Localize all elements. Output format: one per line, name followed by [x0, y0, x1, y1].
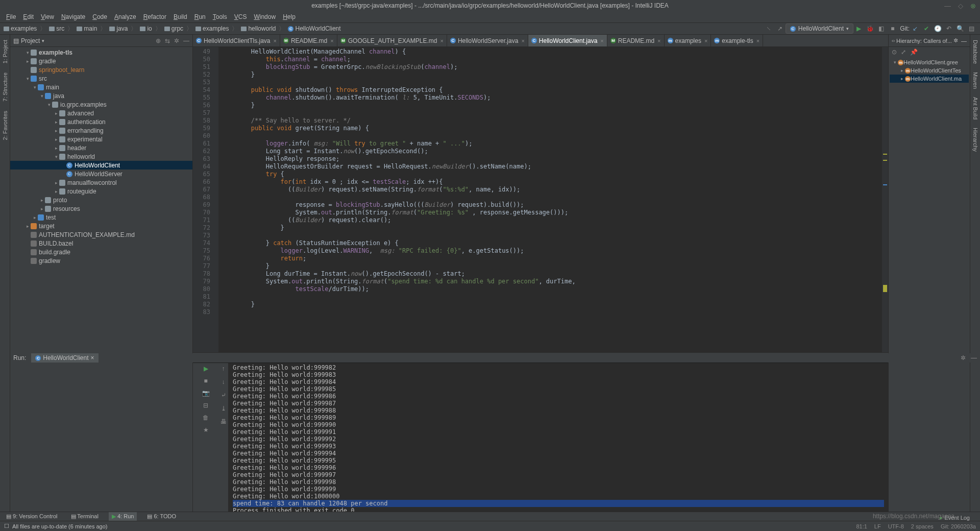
- breadcrumb-item[interactable]: main: [76, 25, 97, 32]
- menu-build[interactable]: Build: [170, 12, 190, 21]
- target-icon[interactable]: ⊕: [156, 37, 161, 44]
- tree-item[interactable]: ▸routeguide: [10, 187, 192, 196]
- print-icon[interactable]: 🖶: [220, 418, 227, 425]
- run-tab[interactable]: C HelloWorldClient ×: [31, 353, 98, 363]
- tree-item[interactable]: AUTHENTICATION_EXAMPLE.md: [10, 230, 192, 239]
- project-tree[interactable]: ▾example-tls▸gradlespringboot_learn▾src▾…: [10, 47, 192, 512]
- breadcrumb-item[interactable]: java: [109, 25, 128, 32]
- breadcrumb-item[interactable]: helloworld: [240, 25, 276, 32]
- hierarchy-item[interactable]: ▸m HelloWorldClient.ma: [890, 75, 969, 83]
- attach-icon[interactable]: 📷: [202, 390, 210, 397]
- breadcrumb-item[interactable]: src: [48, 25, 65, 32]
- pin-icon[interactable]: 📌: [910, 49, 918, 56]
- right-tab[interactable]: Ant Build: [971, 94, 979, 123]
- scope-icon[interactable]: ⊙: [892, 49, 897, 56]
- chevron-icon[interactable]: ‹›: [892, 38, 895, 43]
- menu-analyze[interactable]: Analyze: [111, 12, 139, 21]
- bottom-tab[interactable]: ▤ 9: Version Control: [3, 512, 61, 521]
- tree-item[interactable]: CHelloWorldServer: [10, 170, 192, 178]
- gear-icon[interactable]: ✲: [953, 37, 958, 44]
- tree-item[interactable]: springboot_learn: [10, 65, 192, 74]
- layout-icon[interactable]: ⊟: [203, 402, 208, 409]
- right-tab[interactable]: Maven: [971, 69, 979, 92]
- run-icon[interactable]: ▶: [855, 25, 863, 33]
- editor-tab[interactable]: MREADME.md×: [280, 35, 337, 46]
- tree-item[interactable]: ▸proto: [10, 196, 192, 204]
- chevron-down-icon[interactable]: ▾: [42, 38, 44, 43]
- status-item[interactable]: 81:1: [856, 523, 867, 529]
- editor-tab[interactable]: mexample-tls×: [711, 35, 763, 46]
- tree-item[interactable]: ▸experimental: [10, 135, 192, 143]
- tree-item[interactable]: ▸gradle: [10, 57, 192, 65]
- tree-item[interactable]: ▾example-tls: [10, 48, 192, 57]
- git-history-icon[interactable]: 🕘: [934, 25, 942, 33]
- editor-tab[interactable]: mexamples×: [665, 35, 712, 46]
- close-icon[interactable]: ×: [600, 38, 603, 44]
- tree-item[interactable]: ▾helloworld: [10, 152, 192, 161]
- pin-icon[interactable]: ★: [203, 426, 209, 433]
- rerun-icon[interactable]: ▶: [204, 365, 208, 372]
- breadcrumb-item[interactable]: CHelloWorldClient: [287, 25, 341, 32]
- close-icon[interactable]: ×: [657, 38, 660, 44]
- tree-item[interactable]: BUILD.bazel: [10, 239, 192, 248]
- close-icon[interactable]: ×: [704, 38, 707, 44]
- menu-view[interactable]: View: [38, 12, 57, 21]
- trash-icon[interactable]: 🗑: [203, 414, 209, 421]
- code-editor[interactable]: 49 50 51 52 53 54 55 56 57 58 59 60 61 6…: [193, 47, 888, 352]
- scroll-icon[interactable]: ⤓: [221, 405, 226, 412]
- settings-icon[interactable]: ▤: [967, 25, 975, 33]
- debug-icon[interactable]: 🐞: [866, 25, 874, 33]
- tree-item[interactable]: ▸resources: [10, 204, 192, 213]
- tree-item[interactable]: ▸target: [10, 222, 192, 230]
- right-tab[interactable]: Hierarchy: [971, 125, 979, 155]
- tree-item[interactable]: ▸authentication: [10, 117, 192, 126]
- stop-icon[interactable]: ■: [889, 25, 897, 33]
- close-icon[interactable]: ×: [91, 354, 94, 361]
- hide-icon[interactable]: —: [961, 38, 967, 44]
- bottom-tab[interactable]: ▤ Terminal: [68, 512, 102, 521]
- stop-icon[interactable]: ■: [204, 377, 207, 384]
- wrap-icon[interactable]: ⤶: [221, 392, 226, 399]
- tree-item[interactable]: gradlew: [10, 256, 192, 265]
- tree-item[interactable]: ▸test: [10, 213, 192, 222]
- status-item[interactable]: Git: 2060203a: [941, 523, 976, 529]
- left-tab[interactable]: 1: Project: [1, 37, 9, 66]
- tree-item[interactable]: ▸advanced: [10, 109, 192, 117]
- hide-icon[interactable]: —: [183, 37, 189, 44]
- breadcrumb-item[interactable]: examples: [3, 25, 37, 32]
- gear-icon[interactable]: ✲: [174, 37, 179, 44]
- code-area[interactable]: HelloWorldClient(ManagedChannel channel)…: [218, 47, 882, 352]
- git-update-icon[interactable]: ↙: [911, 25, 919, 33]
- collapse-icon[interactable]: ⇆: [165, 37, 170, 44]
- close-icon[interactable]: ×: [274, 38, 277, 44]
- tree-item[interactable]: ▸manualflowcontrol: [10, 178, 192, 187]
- tree-item[interactable]: ▾src: [10, 74, 192, 83]
- menu-run[interactable]: Run: [191, 12, 209, 21]
- bottom-tab[interactable]: ▶ 4: Run: [109, 512, 137, 521]
- left-tab[interactable]: 7: Structure: [1, 69, 9, 105]
- menu-refactor[interactable]: Refactor: [140, 12, 169, 21]
- tree-item[interactable]: ▸header: [10, 143, 192, 152]
- nav-fwd-icon[interactable]: ↗: [776, 25, 784, 33]
- run-output[interactable]: Greeting: Hello world:999982Greeting: He…: [229, 363, 888, 512]
- menu-vcs[interactable]: VCS: [231, 12, 250, 21]
- menu-window[interactable]: Window: [251, 12, 279, 21]
- menu-edit[interactable]: Edit: [20, 12, 37, 21]
- tree-item[interactable]: ▾main: [10, 83, 192, 91]
- event-log-button[interactable]: ●Event Log: [939, 515, 970, 521]
- tree-item[interactable]: build.gradle: [10, 248, 192, 256]
- search-icon[interactable]: 🔍: [956, 25, 964, 33]
- menu-tools[interactable]: Tools: [210, 12, 230, 21]
- right-tab[interactable]: Database: [971, 37, 979, 67]
- close-icon[interactable]: ×: [521, 38, 524, 44]
- editor-tab[interactable]: CHelloWorldClientTls.java×: [193, 35, 280, 46]
- menu-file[interactable]: File: [3, 12, 19, 21]
- bottom-tab[interactable]: ▤ 6: TODO: [144, 512, 179, 521]
- hierarchy-item[interactable]: ▾m HelloWorldClient.gree: [890, 58, 969, 66]
- breadcrumb-item[interactable]: examples: [195, 25, 229, 32]
- menu-navigate[interactable]: Navigate: [58, 12, 88, 21]
- tree-item[interactable]: CHelloWorldClient: [10, 161, 192, 170]
- maximize-icon[interactable]: ◇: [958, 2, 963, 10]
- breadcrumb-item[interactable]: io: [139, 25, 152, 32]
- hierarchy-item[interactable]: ▸m HelloWorldClientTes: [890, 66, 969, 75]
